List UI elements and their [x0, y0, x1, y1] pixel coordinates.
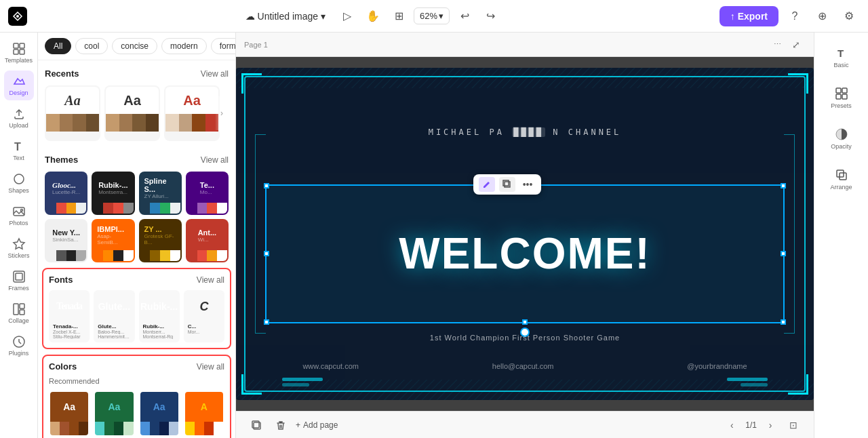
sidebar-item-photos[interactable]: Photos: [4, 201, 34, 231]
theme-item-2[interactable]: Rubik-... Montserra...: [92, 172, 134, 215]
undo-btn[interactable]: ↩: [454, 5, 475, 27]
help-btn[interactable]: ?: [784, 5, 806, 27]
sidebar-item-plugins[interactable]: Plugins: [4, 331, 34, 361]
colors-section: Colors View all Recommended Aa Aa: [42, 355, 231, 438]
color-item-2[interactable]: Aa: [94, 391, 134, 437]
canvas-topbar: Page 1 ⋯ ⤢: [236, 33, 814, 57]
pointer-tool-btn[interactable]: ▷: [336, 5, 358, 27]
filename-display[interactable]: ☁ Untitled image ▾: [245, 11, 326, 22]
theme-item-1[interactable]: Glooc... Lucette-R...: [45, 172, 87, 215]
sidebar-item-frames[interactable]: Frames: [4, 266, 34, 296]
hud-left-bracket: [255, 134, 266, 334]
recent-item-2[interactable]: Aa: [104, 85, 160, 141]
settings-btn[interactable]: ⚙: [838, 5, 860, 27]
canvas-subtitle: MICHAEL PA ████ N CHANNEL: [236, 127, 814, 137]
next-page-btn[interactable]: ›: [761, 416, 780, 435]
theme-item-3[interactable]: Spline S... ZY Alluri...: [139, 172, 182, 215]
float-tool-copy[interactable]: [499, 177, 515, 192]
filename-arrow: ▾: [321, 11, 326, 22]
color-item-4[interactable]: A: [184, 391, 224, 437]
filter-all[interactable]: All: [45, 38, 71, 54]
filter-concise[interactable]: concise: [112, 38, 157, 54]
canvas-expand-btn[interactable]: ⤢: [787, 35, 806, 54]
sidebar-item-templates[interactable]: Templates: [4, 38, 34, 68]
right-panel-basic[interactable]: T Basic: [820, 38, 863, 76]
themes-header: Themes View all: [45, 155, 229, 165]
sidebar-collage-label: Collage: [8, 317, 29, 324]
recents-header: Recents View all: [45, 68, 229, 79]
color-item-3[interactable]: Aa: [139, 391, 180, 437]
sidebar-item-design[interactable]: Design: [4, 71, 34, 100]
svg-rect-13: [20, 310, 24, 315]
svg-rect-2: [20, 43, 24, 48]
theme-item-7[interactable]: ZY ... Grotesk GF-B...: [139, 219, 182, 262]
share-btn[interactable]: ⊕: [811, 5, 833, 27]
right-panel-arrange-label: Arrange: [830, 184, 852, 191]
svg-rect-15: [236, 68, 814, 88]
fullscreen-btn[interactable]: ⊡: [784, 416, 803, 435]
hand-tool-btn[interactable]: ✋: [362, 5, 384, 27]
filter-modern[interactable]: modern: [161, 38, 207, 54]
float-tool-edit[interactable]: [479, 177, 495, 192]
font-item-1[interactable]: Tenada Tenada-... Zocbel X-E... Stilu-Re…: [49, 290, 90, 342]
page-indicator: 1/1: [745, 420, 757, 430]
export-btn[interactable]: ↑ Export: [719, 6, 778, 26]
right-panel-arrange[interactable]: Arrange: [820, 160, 863, 198]
svg-rect-18: [503, 180, 509, 186]
float-tool-more[interactable]: •••: [519, 177, 536, 192]
font-item-3[interactable]: Rubik-... Rubik-... Montserr... Montserr…: [139, 290, 180, 342]
hud-bars-left: [282, 378, 323, 386]
right-panel-opacity[interactable]: Opacity: [820, 119, 863, 157]
recent-item-1[interactable]: Aa: [45, 85, 100, 141]
filter-formal[interactable]: formal: [211, 38, 235, 54]
add-page-btn[interactable]: + Add page: [296, 420, 338, 430]
canvas-copy-btn[interactable]: [247, 416, 266, 435]
canvas-container[interactable]: MICHAEL PA ████ N CHANNEL •••: [236, 57, 814, 411]
sidebar-item-text[interactable]: T Text: [4, 136, 34, 165]
redo-btn[interactable]: ↪: [479, 5, 501, 27]
sidebar-design-label: Design: [9, 89, 28, 96]
svg-rect-12: [20, 304, 24, 308]
sidebar-frames-label: Frames: [8, 285, 29, 292]
themes-view-all[interactable]: View all: [201, 155, 229, 165]
right-panel-presets-label: Presets: [831, 102, 852, 109]
svg-rect-23: [842, 88, 847, 93]
left-panel: All cool concise modern formal cu... ▾ R…: [38, 33, 236, 438]
theme-item-8[interactable]: Ant... Wi...: [186, 219, 229, 262]
theme-item-6[interactable]: IBMPl... Asap-SemiB...: [92, 219, 134, 262]
recents-title: Recents: [45, 68, 79, 79]
recents-view-all[interactable]: View all: [201, 69, 229, 79]
sidebar-photos-label: Photos: [9, 220, 28, 226]
sidebar-item-shapes[interactable]: Shapes: [4, 168, 34, 198]
filter-cool[interactable]: cool: [75, 38, 108, 54]
theme-item-4[interactable]: Te... Mo...: [186, 172, 229, 215]
sidebar-plugins-label: Plugins: [9, 350, 29, 357]
svg-point-8: [20, 210, 22, 212]
font-item-4[interactable]: C C... Mor...: [184, 290, 224, 342]
svg-rect-10: [16, 273, 22, 280]
theme-item-5[interactable]: New Y... SinkinSa...: [45, 219, 87, 262]
right-panel-presets[interactable]: Presets: [820, 79, 863, 117]
svg-rect-4: [20, 49, 24, 54]
canvas-delete-btn[interactable]: [271, 416, 290, 435]
canvas-menu-btn[interactable]: ⋯: [768, 35, 787, 54]
zoom-control[interactable]: 62% ▾: [414, 7, 450, 24]
footer-link-2: hello@capcut.com: [492, 362, 554, 370]
sidebar-item-collage[interactable]: Collage: [4, 298, 34, 328]
hud-bars-right: [727, 378, 768, 386]
sidebar-item-upload[interactable]: Upload: [4, 103, 34, 133]
prev-page-btn[interactable]: ‹: [722, 416, 741, 435]
fonts-view-all[interactable]: View all: [197, 275, 224, 285]
color-item-1[interactable]: Aa: [49, 391, 90, 437]
themes-section: Themes View all Glooc... Lucette-R...: [38, 146, 235, 268]
recents-scroll-arrow[interactable]: ›: [215, 96, 229, 130]
layout-tool-btn[interactable]: ⊞: [388, 5, 410, 27]
svg-point-0: [16, 15, 19, 18]
svg-rect-28: [840, 173, 846, 180]
recent-item-3[interactable]: Aa: [164, 85, 220, 141]
colors-recommended-label: Recommended: [49, 377, 224, 385]
font-item-2[interactable]: Glute... Glute... Baloo-Reg... Hammersmi…: [94, 290, 134, 342]
hud-corner-br: [788, 374, 808, 395]
sidebar-item-stickers[interactable]: Stickers: [4, 233, 34, 263]
colors-view-all[interactable]: View all: [197, 362, 224, 372]
